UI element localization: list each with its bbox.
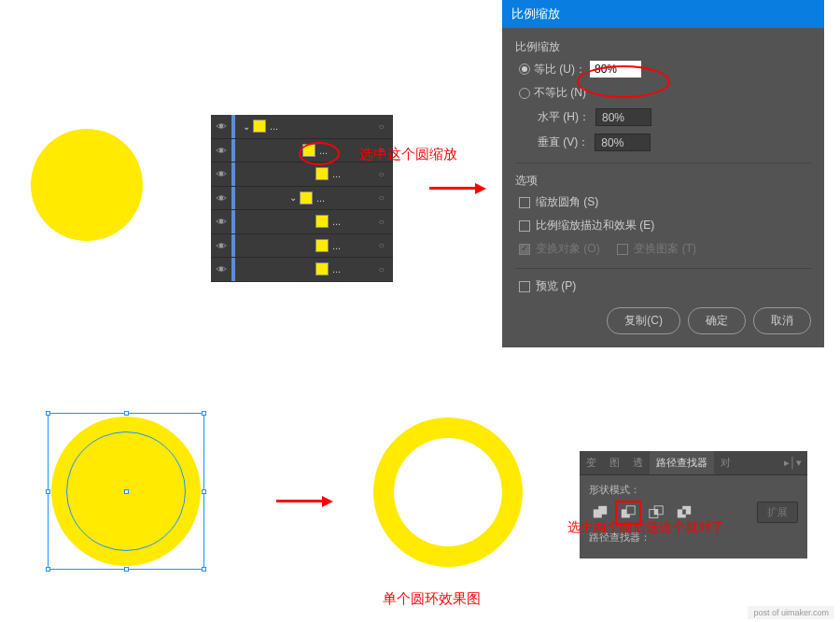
- toggle-icon[interactable]: ⌄: [289, 192, 297, 203]
- annotation-pathfinder-tip: 选中两个圆后选这个就对了: [567, 519, 724, 536]
- visibility-icon[interactable]: [211, 192, 231, 204]
- visibility-icon[interactable]: [211, 216, 231, 227]
- svg-point-6: [219, 267, 224, 272]
- copy-button[interactable]: 复制(C): [607, 307, 680, 334]
- pathfinder-panel: 变 图 透 路径查找器 对 ▸│▾ 形状模式： 扩展 路径查找器：: [580, 451, 807, 558]
- vertical-label: 垂直 (V)：: [538, 134, 589, 150]
- layer-swatch: [300, 191, 313, 205]
- svg-point-0: [219, 124, 224, 129]
- horizontal-input[interactable]: [595, 108, 651, 126]
- layer-row[interactable]: ⌄ ... ○: [211, 187, 393, 211]
- layer-name: ...: [332, 168, 370, 179]
- visibility-icon[interactable]: [211, 145, 231, 156]
- layer-name: ...: [332, 240, 370, 251]
- uniform-label: 等比 (U)：: [534, 62, 586, 78]
- preview-checkbox[interactable]: [519, 281, 530, 292]
- visibility-icon[interactable]: [211, 168, 231, 179]
- tab-align[interactable]: 对: [714, 451, 737, 474]
- uniform-radio[interactable]: [519, 64, 530, 75]
- scale-strokes-label: 比例缩放描边和效果 (E): [536, 218, 654, 233]
- selected-circles[interactable]: [51, 417, 201, 566]
- ring-result: [373, 417, 523, 567]
- layer-swatch: [315, 167, 329, 180]
- arrow-icon: [276, 500, 323, 502]
- svg-rect-10: [626, 505, 635, 514]
- layer-row[interactable]: ⌄ ... ○: [211, 115, 393, 139]
- target-icon[interactable]: ○: [370, 217, 393, 227]
- shape-modes-label: 形状模式：: [589, 483, 798, 497]
- layer-name: ...: [270, 120, 370, 132]
- scale-dialog: 比例缩放 比例缩放 等比 (U)： 不等比 (N) 水平 (H)： 垂直 (V)…: [502, 0, 824, 347]
- watermark: post of uimaker.com: [748, 606, 834, 619]
- yellow-circle-original: [31, 129, 143, 241]
- transform-patterns-checkbox: [617, 244, 628, 255]
- dialog-title: 比例缩放: [502, 0, 824, 28]
- uniform-scale-input[interactable]: [590, 61, 641, 78]
- svg-rect-16: [682, 509, 686, 514]
- scale-corners-checkbox[interactable]: [519, 197, 530, 208]
- tab-transform[interactable]: 变: [580, 451, 603, 474]
- layer-swatch: [315, 262, 329, 276]
- target-icon[interactable]: ○: [370, 169, 393, 179]
- target-icon[interactable]: ○: [370, 264, 393, 275]
- visibility-icon[interactable]: [211, 120, 231, 132]
- preview-label: 预览 (P): [536, 278, 576, 294]
- svg-rect-13: [654, 509, 658, 514]
- toggle-icon[interactable]: ⌄: [243, 121, 250, 132]
- target-icon[interactable]: ○: [370, 240, 393, 250]
- ring-caption: 单个圆环效果图: [383, 590, 481, 608]
- svg-point-1: [219, 148, 224, 153]
- nonuniform-label: 不等比 (N): [534, 85, 586, 101]
- scale-corners-label: 缩放圆角 (S): [536, 194, 598, 210]
- layer-row[interactable]: ... ○: [211, 234, 393, 259]
- layer-swatch: [253, 120, 266, 133]
- visibility-icon[interactable]: [211, 240, 231, 251]
- svg-point-2: [219, 172, 224, 177]
- layers-panel: ⌄ ... ○ ... ○ ... ○ ⌄ ... ○ ... ○ ...: [211, 115, 393, 282]
- expand-button[interactable]: 扩展: [757, 502, 798, 523]
- horizontal-label: 水平 (H)：: [538, 109, 590, 125]
- layer-row[interactable]: ... ○: [211, 258, 393, 282]
- annotation-select-circle: 选中这个圆缩放: [359, 146, 457, 163]
- svg-point-5: [219, 244, 224, 248]
- options-label: 选项: [515, 173, 811, 189]
- layer-swatch: [315, 215, 329, 228]
- layer-swatch: [302, 144, 315, 157]
- scale-section-label: 比例缩放: [515, 39, 811, 55]
- panel-menu-icon[interactable]: ▸│▾: [778, 453, 807, 473]
- transform-objects-checkbox: [519, 244, 530, 255]
- cancel-button[interactable]: 取消: [753, 307, 811, 334]
- tab-pathfinder[interactable]: 路径查找器: [650, 451, 714, 474]
- svg-point-4: [219, 219, 224, 224]
- visibility-icon[interactable]: [211, 263, 231, 275]
- vertical-input[interactable]: [595, 134, 651, 151]
- layer-swatch: [315, 239, 329, 252]
- transform-objects-label: 变换对象 (O): [536, 241, 600, 257]
- tab-image[interactable]: 图: [603, 451, 626, 474]
- arrow-icon: [429, 187, 476, 190]
- nonuniform-radio[interactable]: [519, 88, 530, 99]
- transform-patterns-label: 变换图案 (T): [634, 241, 696, 257]
- layer-name: ...: [332, 263, 370, 275]
- target-icon[interactable]: ○: [370, 192, 393, 203]
- layer-row[interactable]: ... ○: [211, 210, 393, 234]
- tab-transparency[interactable]: 透: [626, 451, 650, 474]
- layer-name: ...: [316, 192, 370, 204]
- layer-name: ...: [332, 216, 370, 227]
- target-icon[interactable]: ○: [370, 121, 393, 132]
- layer-row[interactable]: ... ○: [211, 163, 393, 187]
- svg-point-3: [219, 196, 224, 201]
- ok-button[interactable]: 确定: [688, 307, 746, 334]
- scale-strokes-checkbox[interactable]: [519, 220, 530, 232]
- svg-rect-8: [598, 505, 607, 514]
